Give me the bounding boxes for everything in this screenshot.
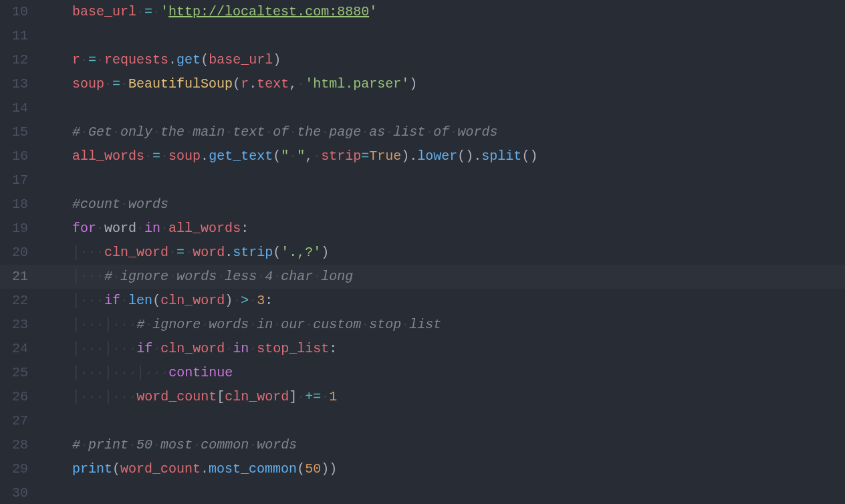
code-line[interactable]: 30 [0, 481, 845, 504]
code-line[interactable]: 25 │···│···│···continue [0, 361, 845, 385]
line-number[interactable]: 26 [0, 385, 40, 409]
code-line[interactable]: 20 │···cln_word·=·word.strip('.,?') [0, 241, 845, 265]
line-number[interactable]: 10 [0, 0, 40, 24]
token: ( [233, 76, 241, 92]
line-content[interactable]: for·word·in·all_words: [40, 217, 845, 241]
token: · [136, 221, 144, 236]
token: │ [72, 337, 80, 361]
line-number[interactable]: 15 [0, 120, 40, 144]
token: text [257, 76, 289, 92]
code-line[interactable]: 11 [0, 24, 845, 48]
token: [ [217, 389, 225, 404]
line-content[interactable]: │···│···│···continue [40, 361, 845, 385]
line-content[interactable]: print(word_count.most_common(50)) [40, 457, 845, 481]
token: · [201, 317, 209, 332]
code-line[interactable]: 14 [0, 96, 845, 120]
token: ( [112, 461, 120, 477]
token: words [176, 269, 217, 284]
line-number[interactable]: 17 [0, 168, 40, 193]
code-line[interactable]: 15 #·Get·only·the·main·text·of·the·page·… [0, 120, 845, 144]
line-number[interactable]: 19 [0, 217, 40, 241]
token: ( [297, 461, 305, 477]
line-content[interactable]: #·Get·only·the·main·text·of·the·page·as·… [40, 120, 845, 144]
line-number[interactable]: 11 [0, 24, 40, 48]
code-editor[interactable]: 10 base_url·=·'http://localtest.com:8880… [0, 0, 845, 504]
code-line[interactable]: 13 soup·=·BeautifulSoup(r.text,·'html.pa… [0, 72, 845, 96]
code-line[interactable]: 26 │···│···word_count[cln_word]·+=·1 [0, 385, 845, 409]
line-content[interactable]: │···│···if·cln_word·in·stop_list: [40, 337, 845, 361]
line-number[interactable]: 13 [0, 72, 40, 96]
line-content[interactable]: │···if·len(cln_word)·>·3: [40, 289, 845, 313]
line-number[interactable]: 24 [0, 337, 40, 361]
token: · [88, 293, 96, 308]
code-line[interactable]: 17 [0, 168, 845, 193]
token: all_words [72, 148, 144, 164]
token: · [80, 269, 88, 284]
line-number[interactable]: 25 [0, 361, 40, 385]
token: the [160, 124, 185, 140]
line-number[interactable]: 29 [0, 457, 40, 481]
line-content[interactable]: │···#·ignore·words·less·4·char·long [40, 265, 845, 289]
line-number[interactable]: 14 [0, 96, 40, 120]
token: ' [160, 4, 168, 19]
token: if [104, 293, 120, 308]
line-content[interactable]: base_url·=·'http://localtest.com:8880' [40, 0, 845, 24]
code-line[interactable]: 10 base_url·=·'http://localtest.com:8880… [0, 0, 845, 24]
code-line[interactable]: 29 print(word_count.most_common(50)) [0, 457, 845, 481]
token: . [201, 461, 209, 477]
token: = [176, 245, 185, 260]
code-line[interactable]: 19 for·word·in·all_words: [0, 217, 845, 241]
line-number[interactable]: 12 [0, 48, 40, 72]
line-content[interactable]: soup·=·BeautifulSoup(r.text,·'html.parse… [40, 72, 845, 96]
line-content[interactable]: r·=·requests.get(base_url) [40, 48, 845, 72]
code-line[interactable]: 24 │···│···if·cln_word·in·stop_list: [0, 337, 845, 361]
token: , [305, 148, 313, 164]
token: list [409, 317, 441, 332]
token: · [136, 4, 144, 19]
line-content[interactable]: │···│···word_count[cln_word]·+=·1 [40, 385, 845, 409]
token: stop_list [257, 341, 329, 356]
line-number[interactable]: 16 [0, 144, 40, 168]
code-line[interactable]: 12 r·=·requests.get(base_url) [0, 48, 845, 72]
line-number[interactable]: 30 [0, 481, 40, 504]
token: · [80, 52, 88, 68]
code-line[interactable]: 18 #count·words [0, 193, 845, 217]
token: · [128, 365, 136, 380]
token: += [305, 389, 321, 404]
code-line[interactable]: 21 │···#·ignore·words·less·4·char·long [0, 265, 845, 289]
token: ) [321, 461, 329, 477]
code-line[interactable]: 28 #·print·50·most·common·words [0, 433, 845, 457]
line-content[interactable]: │···cln_word·=·word.strip('.,?') [40, 241, 845, 265]
code-line[interactable]: 27 [0, 409, 845, 433]
token: base_url [209, 52, 273, 68]
token: cln_word [160, 293, 225, 308]
line-number[interactable]: 18 [0, 193, 40, 217]
token: requests [104, 52, 168, 68]
line-number[interactable]: 20 [0, 241, 40, 265]
token: · [313, 269, 321, 284]
line-content[interactable]: #count·words [40, 193, 845, 217]
code-line[interactable]: 16 all_words·=·soup.get_text("·",·strip=… [0, 144, 845, 168]
line-number[interactable]: 28 [0, 433, 40, 457]
line-content[interactable]: all_words·=·soup.get_text("·",·strip=Tru… [40, 144, 845, 168]
token: · [96, 221, 104, 236]
token: words [209, 317, 249, 332]
token: . [168, 52, 176, 68]
line-number[interactable]: 27 [0, 409, 40, 433]
token: ) [409, 76, 417, 92]
token: · [160, 365, 168, 380]
line-number[interactable]: 23 [0, 313, 40, 337]
token: ( [152, 293, 160, 308]
line-number[interactable]: 22 [0, 289, 40, 313]
code-line[interactable]: 23 │···│···#·ignore·words·in·our·custom·… [0, 313, 845, 337]
token: ) [321, 245, 329, 260]
code-line[interactable]: 22 │···if·len(cln_word)·>·3: [0, 289, 845, 313]
line-content[interactable]: #·print·50·most·common·words [40, 433, 845, 457]
line-number[interactable]: 21 [0, 265, 40, 289]
token: · [249, 293, 257, 308]
token: · [289, 148, 297, 164]
line-content[interactable]: │···│···#·ignore·words·in·our·custom·sto… [40, 313, 845, 337]
token: the [297, 124, 321, 140]
token: strip [233, 245, 273, 260]
token: in [144, 221, 160, 236]
